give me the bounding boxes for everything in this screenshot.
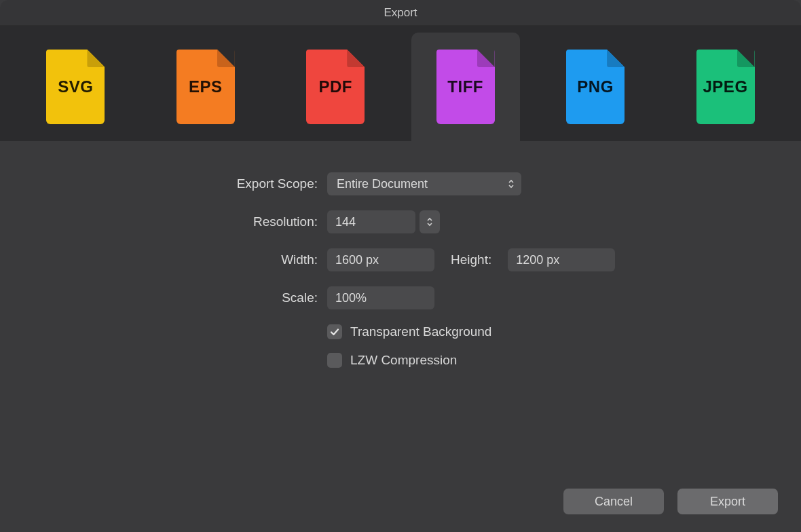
format-tab-pdf[interactable]: PDF <box>281 33 390 141</box>
lzw-compression-label: LZW Compression <box>350 353 457 368</box>
export-scope-label: Export Scope: <box>41 176 327 191</box>
format-tab-svg[interactable]: SVG <box>21 33 130 141</box>
file-icon-label: JPEG <box>703 77 748 96</box>
file-icon-pdf: PDF <box>306 50 365 124</box>
lzw-compression-checkbox[interactable]: LZW Compression <box>327 353 457 368</box>
file-icon-svg: SVG <box>46 50 105 124</box>
scale-input[interactable]: 100% <box>327 286 434 309</box>
scale-label: Scale: <box>41 290 327 305</box>
format-tab-tiff[interactable]: TIFF <box>411 33 520 141</box>
file-icon-tiff: TIFF <box>436 50 495 124</box>
transparent-background-label: Transparent Background <box>350 324 491 339</box>
file-icon-label: PNG <box>577 77 614 96</box>
file-icon-label: SVG <box>58 77 93 96</box>
checkbox-unchecked-icon <box>327 353 342 368</box>
export-scope-select[interactable]: Entire Document <box>327 172 521 195</box>
cancel-button[interactable]: Cancel <box>563 489 664 514</box>
height-label: Height: <box>451 252 491 267</box>
export-options-form: Export Scope: Entire Document Resolution… <box>0 141 801 381</box>
format-tab-jpeg[interactable]: JPEG <box>671 33 780 141</box>
width-input[interactable]: 1600 px <box>327 248 434 271</box>
format-tab-png[interactable]: PNG <box>541 33 650 141</box>
transparent-background-checkbox[interactable]: Transparent Background <box>327 324 491 339</box>
export-button[interactable]: Export <box>677 489 778 514</box>
format-tabstrip: SVGEPSPDFTIFFPNGJPEG <box>0 26 801 141</box>
checkbox-checked-icon <box>327 324 342 339</box>
file-icon-label: TIFF <box>447 77 483 96</box>
resolution-stepper[interactable] <box>420 210 440 233</box>
resolution-input[interactable]: 144 <box>327 210 415 233</box>
file-icon-png: PNG <box>566 50 625 124</box>
resolution-label: Resolution: <box>41 214 327 229</box>
file-icon-label: PDF <box>319 77 353 96</box>
dialog-footer: Cancel Export <box>563 489 778 514</box>
width-label: Width: <box>41 252 327 267</box>
export-scope-value: Entire Document <box>337 177 428 191</box>
file-icon-jpeg: JPEG <box>696 50 755 124</box>
dialog-title: Export <box>384 6 417 20</box>
file-icon-label: EPS <box>189 77 223 96</box>
dialog-titlebar: Export <box>0 0 801 26</box>
height-input[interactable]: 1200 px <box>508 248 615 271</box>
format-tab-eps[interactable]: EPS <box>151 33 260 141</box>
updown-caret-icon <box>508 179 515 189</box>
file-icon-eps: EPS <box>176 50 235 124</box>
